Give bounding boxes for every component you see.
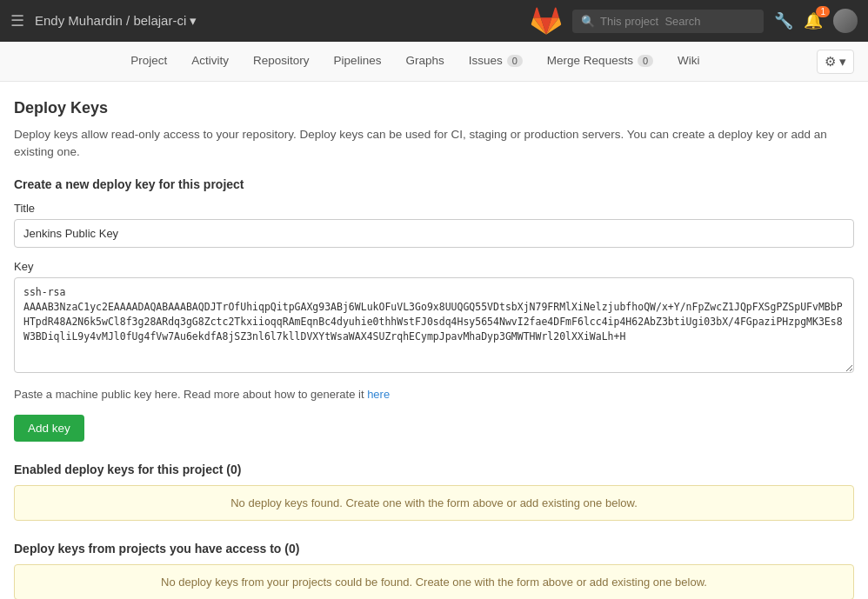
deploy-key-form: Create a new deploy key for this project… xyxy=(14,177,854,442)
top-navigation: ☰ Endy Muhardin / belajar-ci ▾ 🔍 🔧 🔔 1 xyxy=(0,0,868,42)
key-label: Key xyxy=(14,260,854,273)
search-icon: 🔍 xyxy=(581,15,595,28)
nav-repository[interactable]: Repository xyxy=(241,42,322,81)
avatar[interactable] xyxy=(833,9,858,33)
page-title: Deploy Keys xyxy=(14,99,854,117)
notification-badge: 1 xyxy=(816,6,830,17)
access-keys-heading: Deploy keys from projects you have acces… xyxy=(14,542,854,556)
key-textarea[interactable]: ssh-rsa AAAAB3NzaC1yc2EAAAADAQABAAABAQDJ… xyxy=(14,277,854,373)
title-input[interactable] xyxy=(14,219,854,248)
breadcrumb[interactable]: Endy Muhardin / belajar-ci ▾ xyxy=(35,13,520,29)
bell-icon[interactable]: 🔔 1 xyxy=(804,11,823,30)
issues-count: 0 xyxy=(507,55,523,67)
add-key-button[interactable]: Add key xyxy=(14,415,84,442)
hint-link[interactable]: here xyxy=(367,388,390,401)
nav-merge-requests[interactable]: Merge Requests 0 xyxy=(535,42,665,81)
nav-graphs[interactable]: Graphs xyxy=(393,42,456,81)
main-content: Deploy Keys Deploy keys allow read-only … xyxy=(0,82,868,599)
gitlab-logo xyxy=(531,5,562,37)
nav-icons: 🔧 🔔 1 xyxy=(774,9,858,33)
search-input[interactable] xyxy=(600,15,739,28)
title-field-group: Title xyxy=(14,202,854,248)
hamburger-icon[interactable]: ☰ xyxy=(10,11,24,30)
form-heading: Create a new deploy key for this project xyxy=(14,177,854,191)
key-field-group: Key ssh-rsa AAAAB3NzaC1yc2EAAAADAQABAAAB… xyxy=(14,260,854,376)
nav-issues[interactable]: Issues 0 xyxy=(457,42,535,81)
nav-pipelines[interactable]: Pipelines xyxy=(322,42,394,81)
nav-activity[interactable]: Activity xyxy=(179,42,241,81)
nav-project[interactable]: Project xyxy=(118,42,179,81)
page-description: Deploy keys allow read-only access to yo… xyxy=(14,126,854,162)
hint-text: Paste a machine public key here. Read mo… xyxy=(14,388,854,401)
settings-button[interactable]: ⚙ ▾ xyxy=(817,50,854,74)
nav-wiki[interactable]: Wiki xyxy=(665,42,712,81)
sub-navigation: Project Activity Repository Pipelines Gr… xyxy=(0,42,868,82)
nav-links: Project Activity Repository Pipelines Gr… xyxy=(14,42,817,81)
wrench-icon[interactable]: 🔧 xyxy=(774,11,793,30)
merge-requests-count: 0 xyxy=(638,55,653,67)
enabled-keys-notice: No deploy keys found. Create one with th… xyxy=(14,485,854,521)
enabled-keys-heading: Enabled deploy keys for this project (0) xyxy=(14,463,854,476)
access-keys-notice: No deploy keys from your projects could … xyxy=(14,564,854,600)
search-bar[interactable]: 🔍 xyxy=(572,10,764,33)
title-label: Title xyxy=(14,202,854,215)
